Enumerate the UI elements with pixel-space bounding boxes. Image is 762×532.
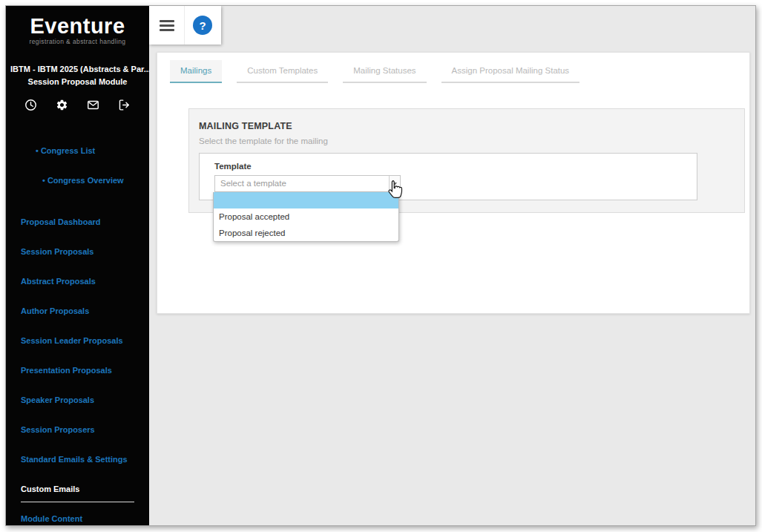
logo-tagline: registration & abstract handling	[6, 38, 149, 45]
template-dropdown: Proposal accepted Proposal rejected	[213, 192, 399, 242]
sidebar-item-label: Session Proposers	[21, 425, 95, 434]
tab-mailings[interactable]: Mailings	[170, 60, 222, 83]
chevron-down-icon	[393, 183, 397, 185]
envelope-icon[interactable]	[87, 99, 99, 111]
sidebar-icon-row	[6, 99, 149, 111]
sidebar-item-label: Speaker Proposals	[21, 395, 94, 404]
sidebar-item-session-proposers[interactable]: Session Proposers	[6, 415, 149, 444]
hamburger-icon	[160, 20, 174, 31]
template-label: Template	[214, 162, 252, 171]
panel-subtitle: Select the template for the mailing	[199, 137, 328, 145]
content-card: Mailings Custom Templates Mailing Status…	[157, 52, 750, 314]
logo-title: Eventure	[6, 15, 149, 37]
sidebar-item-label: Module Content	[21, 514, 82, 523]
sidebar-item-session-leader-proposals[interactable]: Session Leader Proposals	[6, 326, 149, 355]
dropdown-option-proposal-rejected[interactable]: Proposal rejected	[214, 225, 398, 241]
sidebar-item-custom-emails[interactable]: Custom Emails	[6, 474, 149, 504]
panel-title: MAILING TEMPLATE	[199, 121, 292, 131]
sidebar-item-label: Session Leader Proposals	[21, 336, 123, 345]
app-window: Eventure registration & abstract handlin…	[5, 5, 756, 526]
sidebar-item-label: Author Proposals	[21, 306, 89, 315]
sidebar-item-proposal-dashboard[interactable]: Proposal Dashboard	[6, 207, 149, 237]
help-button[interactable]: ?	[185, 6, 220, 45]
clock-icon[interactable]	[24, 99, 37, 111]
sidebar-item-label: Presentation Proposals	[21, 366, 112, 375]
congress-name: IBTM - IBTM 2025 (Abstracts & Par...	[6, 63, 149, 76]
sidebar-item-congress-overview[interactable]: Congress Overview	[6, 165, 149, 195]
sidebar-item-standard-emails-settings[interactable]: Standard Emails & Settings	[6, 444, 149, 474]
sidebar-item-presentation-proposals[interactable]: Presentation Proposals	[6, 355, 149, 385]
sidebar-item-label: Congress List	[36, 146, 95, 155]
sidebar-item-author-proposals[interactable]: Author Proposals	[6, 296, 149, 326]
sidebar: Eventure registration & abstract handlin…	[6, 6, 149, 525]
tab-assign-proposal-mailing-status[interactable]: Assign Proposal Mailing Status	[441, 60, 580, 83]
template-select-value: Select a template	[220, 176, 286, 191]
template-select[interactable]: Select a template	[214, 175, 401, 192]
sidebar-nav: Congress List Congress Overview Proposal…	[6, 136, 149, 525]
sidebar-item-speaker-proposals[interactable]: Speaker Proposals	[6, 385, 149, 415]
sidebar-item-label: Custom Emails	[21, 485, 79, 493]
sidebar-item-label: Session Proposals	[21, 247, 93, 256]
sidebar-item-label: Abstract Proposals	[21, 277, 96, 286]
topbar: ?	[149, 6, 221, 45]
dropdown-option-proposal-accepted[interactable]: Proposal accepted	[214, 208, 398, 225]
module-name: Session Proposal Module	[6, 76, 149, 88]
sidebar-item-session-proposals[interactable]: Session Proposals	[6, 237, 149, 266]
tab-custom-templates[interactable]: Custom Templates	[237, 60, 328, 83]
dropdown-option-empty[interactable]	[214, 192, 398, 208]
congress-info: IBTM - IBTM 2025 (Abstracts & Par... Ses…	[6, 63, 149, 88]
sidebar-item-label: Proposal Dashboard	[21, 217, 101, 226]
tab-bar: Mailings Custom Templates Mailing Status…	[170, 60, 579, 83]
signout-icon[interactable]	[118, 99, 131, 111]
sidebar-item-abstract-proposals[interactable]: Abstract Proposals	[6, 266, 149, 296]
sidebar-item-label: Congress Overview	[42, 176, 124, 185]
gear-icon[interactable]	[56, 99, 68, 111]
select-arrow-button[interactable]	[389, 176, 400, 191]
tab-mailing-statuses[interactable]: Mailing Statuses	[343, 60, 426, 83]
help-icon: ?	[193, 16, 212, 35]
main-area: ? Mailings Custom Templates Mailing Stat…	[149, 6, 755, 525]
sidebar-item-module-content[interactable]: Module Content	[6, 504, 149, 525]
menu-button[interactable]	[149, 6, 185, 45]
app-logo: Eventure registration & abstract handlin…	[6, 6, 149, 45]
sidebar-item-label: Standard Emails & Settings	[21, 455, 128, 464]
sidebar-item-congress-list[interactable]: Congress List	[6, 136, 149, 165]
